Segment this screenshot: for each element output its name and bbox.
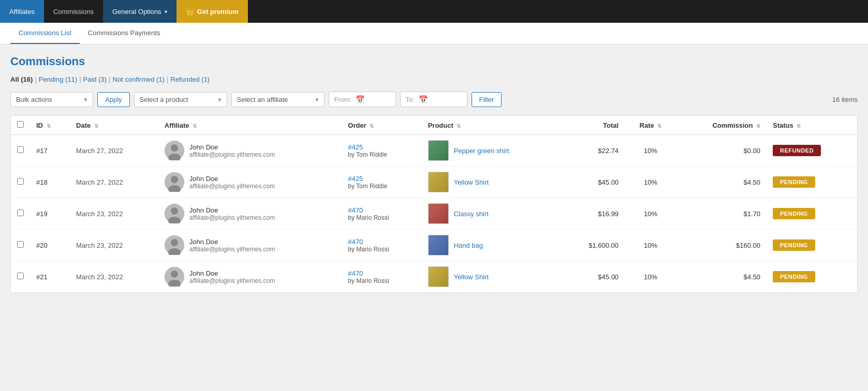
col-id: ID ⇅ bbox=[30, 116, 70, 135]
order-id-link[interactable]: #470 bbox=[348, 269, 363, 277]
product-thumbnail bbox=[428, 140, 449, 161]
sort-icon[interactable]: ⇅ bbox=[797, 123, 801, 129]
product-name-link[interactable]: Hand bag bbox=[454, 242, 483, 249]
sort-icon[interactable]: ⇅ bbox=[756, 123, 760, 129]
product-name-link[interactable]: Pepper green shirt bbox=[454, 147, 509, 155]
cell-total: $45.00 bbox=[562, 167, 625, 198]
affiliate-info: John Doe affiliate@plugins.yithemes.com bbox=[189, 206, 275, 221]
nav-commissions-label: Commissions bbox=[53, 8, 94, 16]
order-id-link[interactable]: #470 bbox=[348, 238, 363, 246]
col-status: Status ⇅ bbox=[767, 116, 857, 135]
cell-product: Hand bag bbox=[422, 230, 562, 261]
top-nav: Affiliates Commissions General Options ▾… bbox=[0, 0, 868, 23]
table-header-row: ID ⇅ Date ⇅ Affiliate ⇅ Order ⇅ bbox=[11, 116, 857, 135]
order-id-link[interactable]: #425 bbox=[348, 143, 363, 151]
product-select-dropdown[interactable]: Select a product ▾ bbox=[134, 92, 227, 107]
cell-date: March 23, 2022 bbox=[70, 198, 158, 230]
cell-affiliate: John Doe affiliate@plugins.yithemes.com bbox=[158, 167, 342, 198]
order-id-link[interactable]: #425 bbox=[348, 175, 363, 183]
cell-rate: 10% bbox=[625, 261, 676, 293]
product-thumbnail bbox=[428, 235, 449, 255]
row-checkbox[interactable] bbox=[17, 209, 24, 216]
page-title: Commissions bbox=[10, 55, 858, 68]
row-checkbox[interactable] bbox=[17, 146, 24, 153]
cell-id: #20 bbox=[30, 230, 70, 261]
cell-status: PENDING bbox=[767, 230, 857, 261]
main-content: Commissions All (16) | Pending (11) | Pa… bbox=[0, 44, 868, 390]
row-checkbox[interactable] bbox=[17, 241, 24, 248]
filter-pending[interactable]: Pending (11) bbox=[39, 76, 77, 83]
product-name-link[interactable]: Yellow Shirt bbox=[454, 178, 489, 186]
affiliate-email: affiliate@plugins.yithemes.com bbox=[189, 277, 275, 284]
calendar-icon: 📅 bbox=[356, 95, 364, 103]
product-thumbnail bbox=[428, 203, 449, 224]
filter-links: All (16) | Pending (11) | Paid (3) | Not… bbox=[10, 76, 858, 83]
filter-all[interactable]: All (16) bbox=[10, 76, 33, 83]
product-name-link[interactable]: Classy shirt bbox=[454, 210, 489, 218]
cell-status: PENDING bbox=[767, 198, 857, 230]
bulk-actions-dropdown[interactable]: Bulk actions ▾ bbox=[10, 92, 93, 107]
cell-status: REFUNDED bbox=[767, 135, 857, 167]
affiliate-email: affiliate@plugins.yithemes.com bbox=[189, 151, 275, 158]
cell-order: #425 by Tom Riddle bbox=[342, 135, 421, 167]
chevron-down-icon: ▾ bbox=[218, 96, 222, 103]
chevron-down-icon: ▾ bbox=[315, 96, 319, 103]
row-checkbox[interactable] bbox=[17, 273, 24, 279]
cell-rate: 10% bbox=[625, 198, 676, 230]
cell-product: Yellow Shirt bbox=[422, 261, 562, 293]
order-id-link[interactable]: #470 bbox=[348, 206, 363, 214]
nav-affiliates-label: Affiliates bbox=[9, 8, 35, 16]
cell-commission: $4.50 bbox=[676, 261, 767, 293]
status-badge: PENDING bbox=[773, 176, 815, 188]
affiliate-select-dropdown[interactable]: Select an affiliate ▾ bbox=[231, 92, 325, 107]
nav-get-premium[interactable]: 👑 Get premium bbox=[176, 0, 248, 23]
cell-affiliate: John Doe affiliate@plugins.yithemes.com bbox=[158, 261, 342, 293]
cell-date: March 27, 2022 bbox=[70, 135, 158, 167]
calendar-icon: 📅 bbox=[419, 95, 428, 103]
chevron-down-icon: ▾ bbox=[165, 9, 167, 14]
sort-icon[interactable]: ⇅ bbox=[94, 123, 98, 129]
subnav-commissions-list[interactable]: Commissions List bbox=[10, 23, 80, 44]
apply-button[interactable]: Apply bbox=[97, 92, 130, 107]
filter-refunded[interactable]: Refunded (1) bbox=[170, 76, 210, 83]
product-thumbnail bbox=[428, 172, 449, 192]
status-badge: PENDING bbox=[773, 271, 815, 282]
filter-not-confirmed[interactable]: Not confirmed (1) bbox=[113, 76, 165, 83]
subnav-commissions-payments[interactable]: Commissions Payments bbox=[80, 23, 168, 44]
sort-icon[interactable]: ⇅ bbox=[193, 123, 197, 129]
col-total: Total bbox=[562, 116, 625, 135]
sort-icon[interactable]: ⇅ bbox=[370, 123, 374, 129]
col-date: Date ⇅ bbox=[70, 116, 158, 135]
cell-total: $1,600.00 bbox=[562, 230, 625, 261]
nav-commissions[interactable]: Commissions bbox=[44, 0, 103, 23]
table-row: #19 March 23, 2022 John Doe affiliate@pl… bbox=[11, 198, 857, 230]
row-checkbox[interactable] bbox=[17, 178, 24, 185]
status-badge: PENDING bbox=[773, 239, 815, 251]
table-row: #18 March 27, 2022 John Doe affiliate@pl… bbox=[11, 167, 857, 198]
nav-affiliates[interactable]: Affiliates bbox=[0, 0, 44, 23]
cell-id: #18 bbox=[30, 167, 70, 198]
filter-paid[interactable]: Paid (3) bbox=[83, 76, 107, 83]
sort-icon[interactable]: ⇅ bbox=[657, 123, 661, 129]
avatar bbox=[165, 235, 184, 255]
cell-total: $22.74 bbox=[562, 135, 625, 167]
product-name-link[interactable]: Yellow Shirt bbox=[454, 273, 489, 281]
nav-get-premium-label: Get premium bbox=[197, 8, 239, 16]
sort-icon[interactable]: ⇅ bbox=[457, 123, 461, 129]
from-date-input[interactable]: From: 📅 bbox=[329, 92, 396, 107]
order-by: by Mario Rossi bbox=[348, 214, 415, 221]
cell-date: March 23, 2022 bbox=[70, 261, 158, 293]
crown-icon: 👑 bbox=[186, 8, 194, 16]
cell-order: #470 by Mario Rossi bbox=[342, 261, 421, 293]
cell-id: #17 bbox=[30, 135, 70, 167]
order-by: by Tom Riddle bbox=[348, 151, 415, 158]
product-thumbnail bbox=[428, 266, 449, 287]
to-date-input[interactable]: To: 📅 bbox=[400, 92, 467, 107]
nav-general-options[interactable]: General Options ▾ bbox=[103, 0, 176, 23]
sort-icon[interactable]: ⇅ bbox=[47, 123, 51, 129]
filter-button[interactable]: Filter bbox=[472, 92, 502, 107]
select-all-checkbox[interactable] bbox=[17, 121, 24, 128]
order-by: by Mario Rossi bbox=[348, 277, 415, 284]
affiliate-email: affiliate@plugins.yithemes.com bbox=[189, 246, 275, 253]
cell-order: #425 by Tom Riddle bbox=[342, 167, 421, 198]
